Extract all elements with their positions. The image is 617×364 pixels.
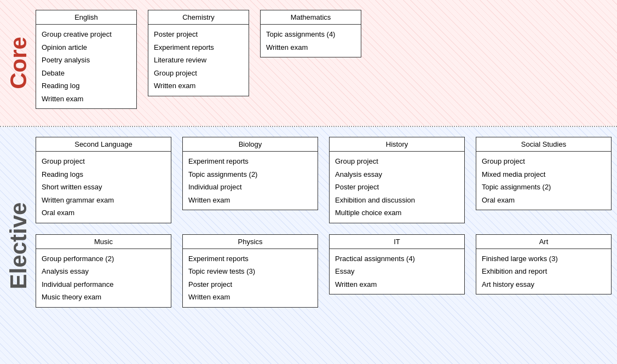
subject-item: Art history essay (482, 278, 606, 291)
subject-items: Poster projectExperiment reportsLiteratu… (148, 25, 249, 96)
subject-box-music: MusicGroup performance (2)Analysis essay… (36, 234, 171, 308)
subject-item: Written exam (188, 291, 312, 304)
subject-item: Topic assignments (2) (482, 181, 606, 194)
subject-item: Exhibition and discussion (335, 194, 459, 207)
subject-box-physics: PhysicsExperiment reportsTopic review te… (182, 234, 318, 308)
subject-items: Group projectReading logsShort written e… (36, 152, 171, 223)
subject-item: Poster project (188, 278, 312, 291)
subject-header: Physics (183, 235, 318, 249)
subject-box-chemistry: ChemistryPoster projectExperiment report… (148, 10, 249, 96)
subject-header: History (330, 137, 464, 152)
elective-row-1: Second LanguageGroup projectReading logs… (36, 137, 612, 223)
elective-label: Elective (5, 202, 32, 289)
subject-item: Group performance (2) (42, 252, 165, 265)
subject-item: Topic review tests (3) (188, 265, 312, 278)
subject-item: Group creative project (42, 28, 131, 41)
subject-box-social-studies: Social StudiesGroup projectMixed media p… (476, 137, 612, 210)
subject-header: Second Language (36, 137, 171, 152)
subject-item: Reading log (42, 79, 131, 93)
subject-header: IT (330, 235, 464, 249)
subject-item: Group project (154, 67, 243, 80)
subject-items: Group projectAnalysis essayPoster projec… (330, 152, 464, 223)
subject-item: Written exam (335, 278, 459, 291)
subject-header: Music (36, 235, 171, 249)
subject-items: Group performance (2)Analysis essayIndiv… (36, 249, 171, 307)
core-grid: EnglishGroup creative projectOpinion art… (36, 10, 361, 116)
subject-item: Poetry analysis (42, 54, 131, 67)
subject-box-art: ArtFinished large works (3)Exhibition an… (476, 234, 612, 295)
elective-grid: Second LanguageGroup projectReading logs… (36, 137, 612, 308)
subject-item: Written exam (188, 194, 312, 207)
subject-items: Finished large works (3)Exhibition and r… (476, 249, 611, 294)
subject-items: Group projectMixed media projectTopic as… (476, 152, 611, 210)
subject-header: English (36, 10, 136, 25)
subject-item: Debate (42, 67, 131, 80)
subject-items: Experiment reportsTopic assignments (2)I… (183, 152, 318, 210)
subject-item: Written exam (42, 93, 131, 106)
subject-item: Experiment reports (188, 155, 312, 168)
subject-item: Topic assignments (2) (188, 168, 312, 181)
subject-item: Poster project (154, 28, 243, 41)
subject-item: Oral exam (482, 194, 606, 207)
subject-header: Social Studies (476, 137, 611, 152)
subject-item: Experiment reports (154, 41, 243, 54)
subject-item: Written grammar exam (42, 194, 165, 207)
subject-items: Practical assignments (4)EssayWritten ex… (330, 249, 464, 294)
subject-item: Music theory exam (42, 291, 165, 304)
subject-header: Chemistry (148, 10, 249, 25)
subject-item: Essay (335, 265, 459, 278)
subject-item: Exhibition and report (482, 265, 606, 278)
main-container: Core EnglishGroup creative projectOpinio… (0, 0, 617, 364)
subject-item: Group project (42, 155, 165, 168)
subject-item: Poster project (335, 181, 459, 194)
subject-item: Group project (335, 155, 459, 168)
subject-item: Written exam (266, 41, 355, 54)
subject-item: Individual performance (42, 278, 165, 291)
subject-item: Individual project (188, 181, 312, 194)
subject-box-history: HistoryGroup projectAnalysis essayPoster… (329, 137, 465, 223)
subject-item: Multiple choice exam (335, 206, 459, 219)
subject-box-second-language: Second LanguageGroup projectReading logs… (36, 137, 171, 223)
subject-box-it: ITPractical assignments (4)EssayWritten … (329, 234, 465, 295)
elective-row-2: MusicGroup performance (2)Analysis essay… (36, 234, 612, 308)
subject-header: Art (476, 235, 611, 249)
subject-box-english: EnglishGroup creative projectOpinion art… (36, 10, 137, 109)
subject-items: Topic assignments (4)Written exam (261, 25, 361, 57)
subject-item: Analysis essay (335, 168, 459, 181)
core-label: Core (5, 37, 32, 89)
subject-item: Reading logs (42, 168, 165, 181)
core-section: Core EnglishGroup creative projectOpinio… (0, 0, 617, 126)
subject-header: Mathematics (261, 10, 361, 25)
subject-item: Oral exam (42, 206, 165, 219)
subject-item: Literature review (154, 54, 243, 67)
elective-section: Elective Second LanguageGroup projectRea… (0, 127, 617, 364)
subject-item: Group project (482, 155, 606, 168)
subject-item: Experiment reports (188, 252, 312, 265)
subject-items: Group creative projectOpinion articlePoe… (36, 25, 136, 108)
subject-item: Mixed media project (482, 168, 606, 181)
subject-items: Experiment reportsTopic review tests (3)… (183, 249, 318, 307)
subject-item: Opinion article (42, 41, 131, 54)
subject-item: Practical assignments (4) (335, 252, 459, 265)
subject-box-mathematics: MathematicsTopic assignments (4)Written … (260, 10, 361, 57)
subject-box-biology: BiologyExperiment reportsTopic assignmen… (182, 137, 318, 210)
subject-item: Short written essay (42, 181, 165, 194)
subject-item: Written exam (154, 79, 243, 93)
subject-item: Topic assignments (4) (266, 28, 355, 41)
subject-header: Biology (183, 137, 318, 152)
subject-item: Analysis essay (42, 265, 165, 278)
subject-item: Finished large works (3) (482, 252, 606, 265)
